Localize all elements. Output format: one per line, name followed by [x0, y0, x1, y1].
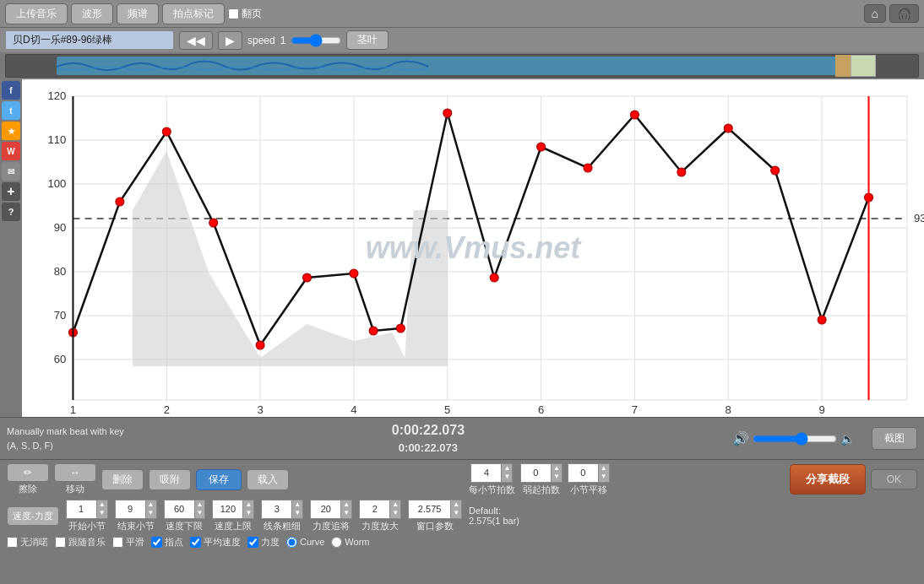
- lines-section: ▲ ▼ 线条粗细: [261, 500, 303, 533]
- fingertip-label[interactable]: 指点: [151, 536, 183, 549]
- weak-beat-down[interactable]: ▼: [552, 473, 562, 481]
- weibo-button[interactable]: W: [2, 142, 20, 160]
- star-button[interactable]: ★: [2, 122, 20, 140]
- prev-button[interactable]: ◀◀: [179, 31, 213, 50]
- weak-beat-up[interactable]: ▲: [552, 464, 562, 473]
- enter-button[interactable]: 载入: [247, 469, 289, 490]
- fingertip-checkbox[interactable]: [151, 537, 162, 548]
- worm-label[interactable]: Worm: [331, 537, 369, 548]
- start-bar-up[interactable]: ▲: [97, 500, 107, 509]
- start-bar-down[interactable]: ▼: [97, 509, 107, 517]
- fanye-checkbox[interactable]: [228, 8, 239, 19]
- waveform-view: [835, 55, 851, 77]
- waveform-button[interactable]: 波形: [71, 3, 113, 24]
- window-input[interactable]: [408, 500, 450, 519]
- twitter-button[interactable]: t: [2, 101, 20, 120]
- fanye-checkbox-label[interactable]: 翻页: [228, 7, 262, 21]
- speed-low-up[interactable]: ▲: [195, 500, 205, 509]
- force-smooth-input[interactable]: [310, 500, 340, 519]
- speed-force-button[interactable]: 速度-力度: [7, 506, 59, 526]
- volume-control: 🔊 🔈: [732, 430, 855, 446]
- smooth-checkbox[interactable]: [112, 537, 123, 548]
- beats-per-bar-up[interactable]: ▲: [502, 464, 512, 473]
- force-label[interactable]: 力度: [247, 536, 280, 549]
- force-amp-down[interactable]: ▼: [390, 509, 400, 517]
- lines-input[interactable]: [261, 500, 291, 519]
- time-display: 0:00:22.073 0:00:22.073: [392, 421, 465, 456]
- status-text: Manually mark beat with key (A, S, D, F): [7, 424, 124, 452]
- home-button[interactable]: ⌂: [864, 4, 886, 23]
- svg-point-39: [162, 127, 171, 136]
- waveform-bar[interactable]: [5, 54, 919, 78]
- speed-high-down[interactable]: ▼: [243, 509, 253, 517]
- no-echo-label[interactable]: 无消喏: [7, 536, 48, 549]
- waveform-highlight: [851, 55, 876, 77]
- beat-mark-button[interactable]: 拍点标记: [162, 3, 225, 24]
- smooth-label[interactable]: 平滑: [112, 536, 144, 549]
- force-smooth-section: ▲ ▼ 力度追将: [310, 500, 352, 533]
- svg-point-48: [537, 143, 546, 151]
- curve-radio[interactable]: [286, 537, 297, 548]
- mail-button[interactable]: ✉: [2, 162, 20, 181]
- bar-shift-up[interactable]: ▲: [599, 464, 609, 473]
- share-button[interactable]: 分享截段: [790, 464, 866, 495]
- window-down[interactable]: ▼: [451, 509, 461, 517]
- curve-label[interactable]: Curve: [286, 537, 324, 548]
- end-bar-input[interactable]: [115, 500, 145, 519]
- svg-text:5: 5: [444, 403, 450, 416]
- start-bar-section: ▲ ▼ 开始小节: [66, 500, 108, 533]
- follow-music-label[interactable]: 跟随音乐: [55, 536, 106, 549]
- play-button[interactable]: ▶: [218, 31, 242, 50]
- help-button[interactable]: ?: [2, 203, 20, 221]
- facebook-button[interactable]: f: [2, 81, 20, 100]
- speed-high-input[interactable]: [212, 500, 242, 519]
- top-toolbar: 上传音乐 波形 频谱 拍点标记 翻页 ⌂ 🎧: [0, 0, 924, 27]
- speed-high-up[interactable]: ▲: [243, 500, 253, 509]
- bar-shift-input[interactable]: [568, 463, 598, 483]
- end-bar-down[interactable]: ▼: [146, 509, 156, 517]
- speed-slider[interactable]: [291, 34, 341, 47]
- worm-radio[interactable]: [331, 537, 342, 548]
- beats-per-bar-down[interactable]: ▼: [502, 473, 512, 481]
- follow-music-checkbox[interactable]: [55, 537, 66, 548]
- speed-label: speed: [247, 35, 275, 46]
- move-button[interactable]: ↔: [54, 463, 96, 482]
- move-icon: ↔: [70, 467, 80, 479]
- force-smooth-down[interactable]: ▼: [341, 509, 351, 517]
- absorb-button[interactable]: 吸附: [149, 469, 191, 490]
- save-button[interactable]: 保存: [196, 469, 242, 490]
- bar-shift-down[interactable]: ▼: [599, 473, 609, 481]
- window-up[interactable]: ▲: [451, 500, 461, 509]
- headphone-button[interactable]: 🎧: [889, 4, 919, 23]
- delete-button[interactable]: 删除: [101, 469, 144, 490]
- volume-slider[interactable]: [753, 432, 837, 446]
- force-amp-input[interactable]: [359, 500, 389, 519]
- start-bar-input[interactable]: [66, 500, 96, 519]
- plus-button[interactable]: +: [2, 182, 20, 201]
- apply-button[interactable]: 茎叶: [346, 30, 389, 50]
- erase-button[interactable]: ✏: [7, 463, 49, 482]
- avg-speed-checkbox[interactable]: [190, 537, 201, 548]
- ok-button[interactable]: OK: [871, 469, 917, 489]
- lines-down[interactable]: ▼: [292, 509, 302, 517]
- no-echo-checkbox[interactable]: [7, 537, 18, 548]
- beats-per-bar-input[interactable]: [470, 463, 501, 483]
- svg-text:2: 2: [164, 403, 170, 416]
- main-area: f t ★ W ✉ + ? www.Vmus.net: [0, 79, 924, 417]
- bar-shift-section: ▲ ▼ 小节平移: [568, 463, 610, 496]
- weak-beat-input[interactable]: [520, 463, 551, 483]
- svg-point-43: [350, 269, 358, 278]
- force-amp-up[interactable]: ▲: [390, 500, 400, 509]
- upload-music-button[interactable]: 上传音乐: [5, 3, 68, 24]
- frequency-button[interactable]: 频谱: [117, 3, 159, 24]
- force-checkbox[interactable]: [247, 537, 258, 548]
- avg-speed-label[interactable]: 平均速度: [190, 536, 241, 549]
- force-smooth-up[interactable]: ▲: [341, 500, 351, 509]
- speed-low-input[interactable]: [164, 500, 194, 519]
- screenshot-button[interactable]: 截图: [872, 427, 917, 450]
- speed-low-down[interactable]: ▼: [195, 509, 205, 517]
- lines-up[interactable]: ▲: [292, 500, 302, 509]
- waveform-svg: [57, 57, 867, 75]
- svg-point-41: [256, 341, 264, 349]
- end-bar-up[interactable]: ▲: [146, 500, 156, 509]
